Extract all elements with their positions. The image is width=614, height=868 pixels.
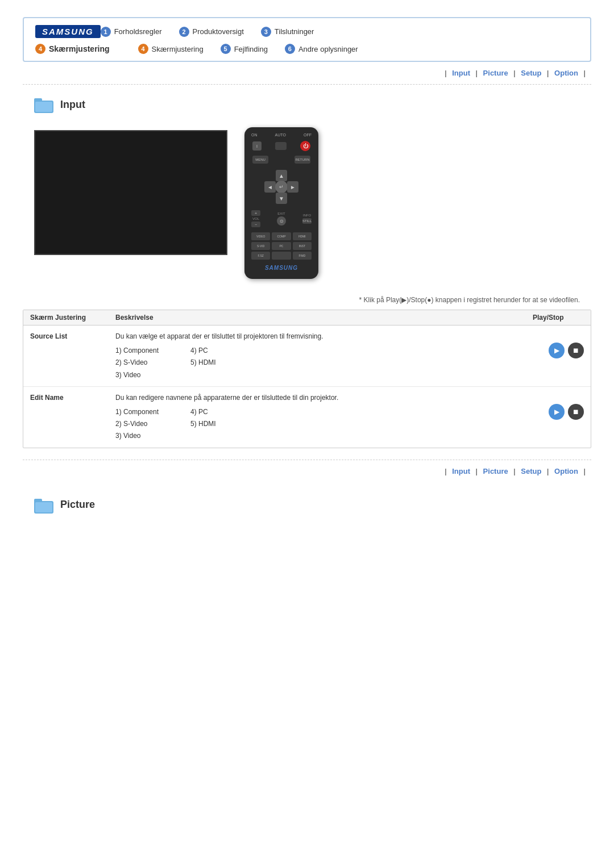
nav-num-5: 5 <box>221 44 231 54</box>
table-header: Skærm Justering Beskrivelse Play/Stop <box>23 310 591 326</box>
samsung-logo: SAMSUNG <box>35 25 101 38</box>
edit-name-play-button[interactable]: ▶ <box>549 404 565 420</box>
remote-source-grid: VIDEO COMP HDMI S-VID PC INST F.SZ P.MD <box>249 232 314 260</box>
pipe-1: | <box>445 69 446 77</box>
remote-body: ON AUTO OFF I ⏻ MENU RETURN ▲ ◄ ↵ ► ▼ <box>244 127 318 279</box>
edit-name-label: Edit Name <box>30 393 115 402</box>
remote-on-button[interactable]: I <box>252 141 262 151</box>
bottom-nav-input-link[interactable]: Input <box>452 467 470 475</box>
nav-item-3[interactable]: 3 Tilslutninger <box>261 27 314 37</box>
current-section-label: Skærmjustering <box>49 44 110 53</box>
remote-dpad: ▲ ◄ ↵ ► ▼ <box>264 170 298 204</box>
bottom-pipe-5: | <box>584 467 586 475</box>
remote-down-button[interactable]: ▼ <box>276 193 287 204</box>
nav-picture-link[interactable]: Picture <box>483 69 508 77</box>
nav-label-1: Forholdsregler <box>114 27 162 36</box>
source-list-stop-button[interactable]: ⏹ <box>568 343 584 358</box>
auto-label: AUTO <box>275 133 286 137</box>
remote-brand-label: SAMSUNG <box>265 265 298 271</box>
bottom-pipe-3: | <box>513 467 515 475</box>
remote-exit-button[interactable]: ⊙ <box>277 216 286 226</box>
source-item-3: 3) Video <box>115 370 189 381</box>
remote-left-button[interactable]: ◄ <box>264 181 276 193</box>
remote-vol-up[interactable]: + <box>251 210 260 216</box>
bottom-pipe-1: | <box>445 467 446 475</box>
edit-item-1: 1) Component <box>115 407 189 418</box>
nav-num-6: 6 <box>285 44 295 54</box>
remote-hdmi-button[interactable]: HDMI <box>293 232 312 240</box>
remote-still-button[interactable]: STILL <box>302 218 312 224</box>
edit-item-3: 3) Video <box>115 431 189 441</box>
source-list-text: Du kan vælge et apparat der er tilslutte… <box>115 331 533 342</box>
edit-name-stop-button[interactable]: ⏹ <box>568 404 584 420</box>
remote-return-button[interactable]: RETURN <box>294 156 310 164</box>
source-item-2: 2) S-Video <box>115 357 189 368</box>
remote-pmode-button[interactable]: P.MD <box>293 252 312 260</box>
col-header-1: Skærm Justering <box>30 314 115 322</box>
nav-num-1: 1 <box>101 27 111 37</box>
current-section-num: 4 <box>35 44 45 54</box>
nav-item-1[interactable]: 1 Forholdsregler <box>101 27 162 37</box>
bottom-pipe-4: | <box>547 467 549 475</box>
remote-info-area: INFO STILL <box>302 214 312 224</box>
nav-item-6[interactable]: 6 Andre oplysninger <box>285 44 358 54</box>
input-title-text: Input <box>60 99 85 111</box>
nav-num-3: 3 <box>261 27 271 37</box>
edit-item-empty <box>190 431 247 441</box>
remote-menu-button[interactable]: MENU <box>252 156 268 164</box>
nav-label-6: Andre oplysninger <box>298 45 358 53</box>
remote-blank-button[interactable] <box>272 252 291 260</box>
bottom-nav-option-link[interactable]: Option <box>554 467 578 475</box>
remote-vol-down[interactable]: − <box>251 222 260 227</box>
input-folder-icon <box>34 96 55 113</box>
remote-enter-button[interactable]: ↵ <box>275 181 288 193</box>
info-note-text: * Klik på Play(▶)/Stop(●) knappen i regi… <box>359 296 580 304</box>
edit-item-4: 4) PC <box>190 407 247 418</box>
svg-rect-5 <box>35 502 52 512</box>
input-table: Skærm Justering Beskrivelse Play/Stop So… <box>23 310 591 448</box>
picture-folder-icon <box>34 496 55 514</box>
remote-power-button[interactable]: ⏻ <box>300 141 310 151</box>
source-list-play-stop: ▶ ⏹ <box>533 331 584 358</box>
nav-item-2[interactable]: 2 Produktoversigt <box>179 27 244 37</box>
pipe-2: | <box>476 69 478 77</box>
edit-item-2: 2) S-Video <box>115 419 189 429</box>
edit-item-5: 5) HDMI <box>190 419 247 429</box>
pipe-3: | <box>513 69 515 77</box>
remote-video-button[interactable]: VIDEO <box>251 232 270 240</box>
source-item-4: 4) PC <box>190 345 247 356</box>
remote-up-button[interactable]: ▲ <box>276 170 287 181</box>
remote-fsize-button[interactable]: F.SZ <box>251 252 270 260</box>
header: SAMSUNG 1 Forholdsregler 2 Produktoversi… <box>23 17 591 62</box>
remote-right-button[interactable]: ► <box>287 181 298 193</box>
source-list-label: Source List <box>30 331 115 340</box>
input-section-title: Input <box>0 85 614 119</box>
video-display <box>34 130 227 255</box>
nav-label-3: Tilslutninger <box>275 27 314 36</box>
table-row-edit-name: Edit Name Du kan redigere navnene på app… <box>23 387 591 448</box>
remote-comp-button[interactable]: COMP <box>272 232 291 240</box>
remote-install-button[interactable]: INST <box>293 242 312 250</box>
picture-title-text: Picture <box>60 499 95 511</box>
bottom-nav-picture-link[interactable]: Picture <box>483 467 508 475</box>
nav-input-link[interactable]: Input <box>452 69 470 77</box>
bottom-pipe-2: | <box>476 467 478 475</box>
source-list-play-button[interactable]: ▶ <box>549 343 565 358</box>
bottom-nav-setup-link[interactable]: Setup <box>521 467 541 475</box>
bottom-section-nav: | Input | Picture | Setup | Option | <box>23 460 591 482</box>
nav-item-5[interactable]: 5 Fejlfinding <box>221 44 268 54</box>
nav-item-4[interactable]: 4 Skærmjustering <box>138 44 204 54</box>
picture-section-title: Picture <box>0 482 614 519</box>
source-item-1: 1) Component <box>115 345 189 356</box>
off-label: OFF <box>304 133 312 137</box>
pipe-4: | <box>547 69 549 77</box>
remote-svideo-button[interactable]: S-VID <box>251 242 270 250</box>
main-content: ON AUTO OFF I ⏻ MENU RETURN ▲ ◄ ↵ ► ▼ <box>11 119 614 285</box>
svg-rect-2 <box>35 102 52 112</box>
nav-option-link[interactable]: Option <box>554 69 578 77</box>
nav-label-5: Fejlfinding <box>234 45 268 53</box>
remote-vol-area: + VOL − <box>251 210 260 227</box>
nav-setup-link[interactable]: Setup <box>521 69 541 77</box>
nav-num-4: 4 <box>138 44 148 54</box>
remote-pc-button[interactable]: PC <box>272 242 291 250</box>
